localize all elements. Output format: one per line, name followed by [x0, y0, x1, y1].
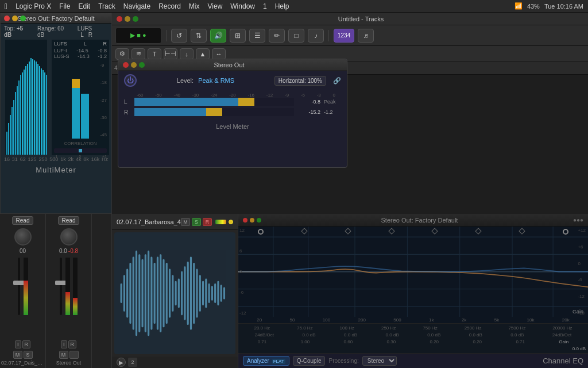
eq-title: Stereo Out: Factory Default [266, 217, 573, 224]
minimize-button[interactable] [12, 16, 18, 21]
lm-power-btn[interactable]: ⏻ [124, 74, 137, 87]
freq-10k: 10k [527, 317, 535, 323]
eq-node-hp[interactable] [258, 229, 264, 235]
close-button[interactable] [4, 16, 10, 21]
svg-rect-32 [217, 281, 219, 305]
track-s-btn[interactable]: S [192, 218, 201, 226]
eq-gain-axis: +12 +6 0 -6 -12 -18 [578, 227, 586, 317]
metronome-btn[interactable]: 🔊 [210, 29, 226, 43]
menu-file[interactable]: File [59, 2, 70, 10]
eq-minimize[interactable] [250, 218, 254, 223]
eq-processing-label: Processing: [328, 358, 358, 364]
menu-record[interactable]: Record [158, 2, 181, 10]
smartcontrols-btn[interactable]: ☰ [249, 29, 265, 43]
track-m-btn[interactable]: M [181, 218, 190, 226]
ch2-m-btn[interactable]: M [59, 351, 68, 359]
swap-btn[interactable]: ⇅ [191, 29, 207, 43]
menu-logicprox[interactable]: Logic Pro X [16, 2, 51, 10]
cycle-btn[interactable]: ↺ [171, 29, 187, 43]
menu-1[interactable]: 1 [263, 2, 267, 10]
menu-window[interactable]: Window [230, 2, 255, 10]
snap-btn[interactable]: ↓ [180, 48, 194, 60]
eq-node-1[interactable] [301, 228, 308, 234]
eq-node-3[interactable] [388, 228, 394, 234]
menu-help[interactable]: Help [275, 2, 289, 10]
eq-db-axis: 12 6 0 -6 -12 [238, 227, 247, 317]
resize-btn[interactable]: ↔ [212, 48, 226, 60]
menu-track[interactable]: Track [98, 2, 115, 10]
drag-btn[interactable]: ▲ [196, 48, 210, 60]
freq-1k: 1k [429, 317, 434, 323]
ch2-fader-handle[interactable] [55, 281, 67, 285]
track-r-btn[interactable]: R [203, 218, 212, 226]
eq-close[interactable] [243, 218, 247, 223]
tracks-minimize[interactable] [125, 16, 130, 22]
level-value[interactable]: Peak & RMS [198, 77, 234, 84]
ch2-pan-knob[interactable] [60, 228, 78, 246]
svg-rect-2 [126, 269, 128, 318]
menu-mix[interactable]: Mix [189, 2, 200, 10]
ch2-r-btn[interactable]: R [68, 340, 77, 348]
ch1-fader-handle[interactable] [13, 281, 25, 285]
ch1-read-btn[interactable]: Read [12, 216, 34, 225]
mixer-btn[interactable]: ⊞ [230, 29, 246, 43]
track-waveform[interactable] [114, 232, 235, 354]
track-gain-container [215, 220, 233, 224]
note-btn[interactable]: ♪ [308, 29, 324, 43]
eq-node-2[interactable] [345, 228, 351, 234]
ch2-fader-track[interactable] [60, 258, 62, 315]
mm-bar [39, 66, 40, 155]
toolbar-divider-1 [166, 30, 167, 41]
lm-maximize[interactable] [139, 62, 145, 68]
loop-btn[interactable]: ⊢⊣ [164, 48, 177, 60]
key-signature[interactable]: 1234 [334, 29, 354, 43]
apple-menu[interactable]:  [5, 2, 7, 11]
eq-qcouple-btn[interactable]: Q-Couple [293, 356, 326, 366]
eq-node-lp[interactable] [563, 229, 568, 235]
ch1-i-btn[interactable]: I [15, 340, 21, 348]
wave-btn[interactable]: ≋ [131, 48, 145, 60]
tracks-close[interactable] [117, 16, 122, 22]
ch1-pan-knob[interactable] [14, 228, 32, 246]
ch1-fader-track[interactable] [18, 258, 20, 315]
settings-btn[interactable]: ⚙ [115, 48, 129, 60]
eq-node-5[interactable] [475, 228, 481, 234]
freq-20k: 20k [562, 317, 570, 323]
ch2-i-btn[interactable]: I [61, 340, 67, 348]
menu-view[interactable]: View [208, 2, 223, 10]
freq-50: 50 [289, 317, 295, 323]
ch2-s-btn[interactable] [69, 351, 79, 359]
lufs-i-rval: -0.8 [98, 48, 107, 53]
svg-rect-14 [163, 259, 164, 328]
lufs-r-header: R [103, 41, 107, 47]
menu-navigate[interactable]: Navigate [123, 2, 150, 10]
lm-link-btn[interactable]: 🔗 [333, 77, 341, 85]
lm-close[interactable] [123, 62, 129, 68]
lm-minimize[interactable] [131, 62, 137, 68]
eq-maximize[interactable] [257, 218, 261, 223]
svg-rect-27 [202, 281, 204, 305]
transport-play-btn[interactable]: ▶ [117, 358, 126, 367]
svg-rect-23 [190, 256, 192, 329]
cursor-btn[interactable]: T [148, 48, 161, 60]
edit-btn[interactable]: ✏ [269, 29, 285, 43]
list-btn[interactable]: □ [288, 29, 304, 43]
eq-node-6[interactable] [519, 228, 525, 234]
lm-horizontal-select[interactable]: Horizontal: 100% [274, 76, 326, 86]
menu-edit[interactable]: Edit [79, 2, 91, 10]
lm-bar-scale: -60 -50 -40 -30 -24 -20 -16 -12 -9 -6 -3… [124, 93, 341, 98]
eq-processing-select[interactable]: Stereo Left Right Mid Side [362, 356, 397, 366]
svg-rect-15 [166, 263, 168, 324]
tracks-maximize[interactable] [133, 16, 138, 22]
ch1-s-btn[interactable]: S [24, 351, 33, 359]
eq-q-5: 0.20 [430, 339, 439, 344]
master-btn[interactable]: ♬ [358, 29, 374, 43]
maximize-button[interactable] [20, 16, 26, 21]
mm-bar [24, 70, 25, 155]
eq-node-4[interactable] [432, 228, 438, 234]
ch1-m-btn[interactable]: M [13, 351, 22, 359]
ch2-read-btn[interactable]: Read [58, 216, 80, 225]
eq-main-area[interactable]: +12 +6 0 -6 -12 -18 12 6 0 -6 -12 Ga [238, 227, 588, 317]
ch1-r-btn[interactable]: R [22, 340, 31, 348]
eq-analyzer-btn[interactable]: Analyzer FLAT [243, 356, 289, 366]
